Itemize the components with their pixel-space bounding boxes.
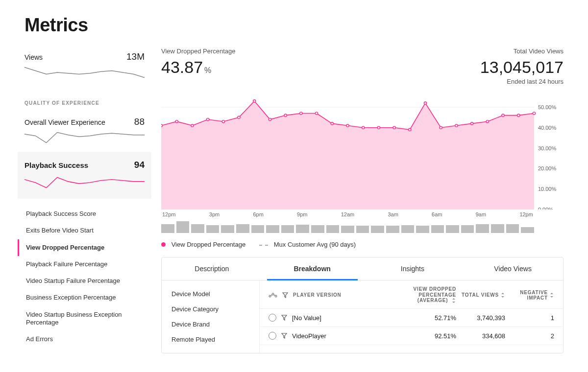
sidebar-sub-item[interactable]: View Dropped Percentage <box>18 239 145 256</box>
histogram-bar[interactable] <box>476 224 489 233</box>
histogram-bar[interactable] <box>326 225 340 233</box>
histogram-bar[interactable] <box>221 225 234 233</box>
row-total-views: 3,740,393 <box>461 314 505 322</box>
breakdown-filter-item[interactable]: Remote Played <box>162 332 259 347</box>
histogram-bar[interactable] <box>416 226 429 233</box>
x-tick: 9am <box>476 211 486 217</box>
sort-icon <box>451 298 456 303</box>
col-view-dropped[interactable]: VIEW DROPPED PERCENTAGE (AVERAGE) <box>388 286 456 303</box>
histogram-bar[interactable] <box>191 224 204 233</box>
row-name: VideoPlayer <box>281 332 383 340</box>
svg-marker-6 <box>161 101 534 209</box>
sidebar-sub-item[interactable]: Playback Success Score <box>18 206 145 222</box>
row-radio[interactable] <box>269 314 276 322</box>
histogram-bar[interactable] <box>446 225 459 233</box>
histogram-bar[interactable] <box>401 225 415 233</box>
col-negative-impact[interactable]: NEGATIVE IMPACT <box>510 290 554 301</box>
svg-point-15 <box>284 114 287 116</box>
histogram-bar[interactable] <box>341 226 354 233</box>
svg-text:10.00%: 10.00% <box>538 186 557 192</box>
sidebar-sub-item[interactable]: Video Startup Business Exception Percent… <box>18 306 145 331</box>
svg-point-17 <box>315 112 318 115</box>
svg-point-11 <box>222 120 224 123</box>
col-total-views[interactable]: TOTAL VIEWS <box>461 292 505 298</box>
histogram-bar[interactable] <box>281 225 294 233</box>
svg-point-20 <box>362 126 365 129</box>
sidebar-overall-spark <box>24 130 145 145</box>
breakdown-filter-item[interactable]: Device Model <box>162 286 259 302</box>
histogram-bar[interactable] <box>491 224 504 233</box>
histogram-bar[interactable] <box>236 224 249 233</box>
histogram-bar[interactable] <box>521 227 534 233</box>
tab-insights[interactable]: Insights <box>363 257 463 280</box>
sidebar-playback-spark <box>24 175 145 190</box>
x-tick: 12am <box>341 211 355 217</box>
tab-breakdown[interactable]: Breakdown <box>262 257 363 280</box>
sidebar-sub-item[interactable]: Exits Before Video Start <box>18 222 145 239</box>
legend-avg-label: Mux Customer Avg (90 days) <box>274 241 356 248</box>
sidebar-sub-item[interactable]: Playback Failure Percentage <box>18 256 145 273</box>
svg-point-31 <box>533 112 535 115</box>
svg-point-14 <box>269 118 271 120</box>
breakdown-filter-item[interactable]: Device Brand <box>162 317 259 332</box>
table-row[interactable]: [No Value]52.71%3,740,3931 <box>260 309 563 327</box>
sidebar-playback-label: Playback Success <box>24 161 88 169</box>
sidebar-overall-label: Overall Viewer Experience <box>24 118 105 126</box>
sidebar-playback-card[interactable]: Playback Success 94 <box>18 152 151 199</box>
breakdown-nodes-icon[interactable] <box>269 293 277 298</box>
main-chart[interactable]: 50.00%40.00%30.00%20.00%10.00%0.00% <box>161 97 564 209</box>
header-left-label: View Dropped Percentage <box>161 47 236 55</box>
histogram-bar[interactable] <box>296 225 309 233</box>
histogram-bar[interactable] <box>371 226 384 233</box>
histogram-bar[interactable] <box>431 225 444 233</box>
histogram-bar[interactable] <box>356 226 369 233</box>
histogram-bar[interactable] <box>161 224 174 233</box>
svg-point-13 <box>253 100 256 102</box>
sidebar-sub-item[interactable]: Ad Errors <box>18 331 145 348</box>
x-tick: 3pm <box>209 211 220 217</box>
histogram-bar[interactable] <box>176 221 190 233</box>
x-tick: 3am <box>388 211 398 217</box>
filter-icon[interactable] <box>281 333 287 339</box>
svg-text:20.00%: 20.00% <box>538 165 557 171</box>
x-tick: 12pm <box>162 211 176 217</box>
histogram-bar[interactable] <box>251 225 265 233</box>
svg-point-25 <box>440 126 442 129</box>
table-row[interactable]: VideoPlayer92.51%334,6082 <box>260 327 563 345</box>
sidebar-overall-card[interactable]: Overall Viewer Experience 88 <box>24 113 145 152</box>
tab-description[interactable]: Description <box>162 257 262 280</box>
header-right-label: Total Video Views <box>480 47 564 55</box>
sidebar-views-card[interactable]: Views 13M <box>24 47 145 87</box>
svg-point-30 <box>517 114 520 116</box>
page-title: Metrics <box>24 15 564 36</box>
sort-icon <box>549 292 554 298</box>
x-tick: 9pm <box>297 211 307 217</box>
histogram-bar[interactable] <box>461 225 474 233</box>
filter-icon[interactable] <box>281 315 287 321</box>
svg-point-7 <box>161 124 163 127</box>
svg-point-28 <box>486 120 489 123</box>
svg-point-12 <box>238 116 240 118</box>
panel-tabs: DescriptionBreakdownInsightsVideo Views <box>162 257 563 280</box>
histogram-bar[interactable] <box>386 226 399 233</box>
col-player-version[interactable]: PLAYER VERSION <box>293 292 342 298</box>
sidebar-views-spark <box>24 65 145 80</box>
row-view-dropped: 52.71% <box>388 314 456 322</box>
legend-primary-label: View Dropped Percentage <box>172 241 246 248</box>
histogram-bar[interactable] <box>311 225 324 233</box>
sidebar-sub-item[interactable]: Business Exception Percentage <box>18 289 145 306</box>
histogram-bar[interactable] <box>506 224 519 233</box>
sidebar-views-label: Views <box>24 53 43 61</box>
svg-point-21 <box>377 126 380 129</box>
row-radio[interactable] <box>269 332 276 340</box>
tab-video-views[interactable]: Video Views <box>463 257 563 280</box>
x-tick: 6pm <box>253 211 263 217</box>
breakdown-filter-item[interactable]: Device Category <box>162 302 259 317</box>
sidebar-sub-item[interactable]: Video Startup Failure Percentage <box>18 273 145 289</box>
histogram-bar[interactable] <box>266 225 279 233</box>
histogram-bar[interactable] <box>206 225 220 233</box>
header-left-value: 43.87% <box>161 58 236 77</box>
row-negative-impact: 2 <box>510 332 554 340</box>
chart-histogram[interactable] <box>161 221 534 233</box>
filter-icon[interactable] <box>282 292 288 298</box>
